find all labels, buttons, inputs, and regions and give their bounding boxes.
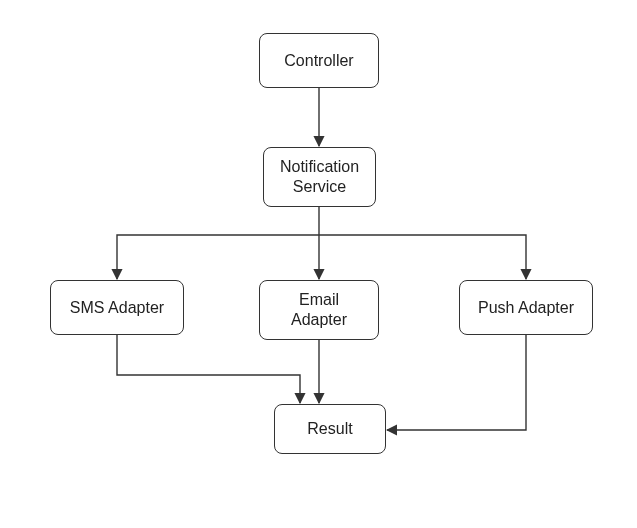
node-controller: Controller bbox=[259, 33, 379, 88]
flowchart-canvas: Controller NotificationService SMS Adapt… bbox=[0, 0, 637, 528]
node-label: NotificationService bbox=[280, 157, 359, 197]
node-result: Result bbox=[274, 404, 386, 454]
edge-notification-sms bbox=[117, 235, 319, 279]
node-email-adapter: EmailAdapter bbox=[259, 280, 379, 340]
node-label: Push Adapter bbox=[478, 298, 574, 318]
edge-push-result bbox=[387, 335, 526, 430]
node-sms-adapter: SMS Adapter bbox=[50, 280, 184, 335]
edge-notification-push bbox=[319, 235, 526, 279]
node-label: Result bbox=[307, 419, 352, 439]
edge-sms-result bbox=[117, 335, 300, 403]
node-label: EmailAdapter bbox=[291, 290, 347, 330]
node-label: SMS Adapter bbox=[70, 298, 164, 318]
node-notification-service: NotificationService bbox=[263, 147, 376, 207]
node-label: Controller bbox=[284, 51, 353, 71]
node-push-adapter: Push Adapter bbox=[459, 280, 593, 335]
